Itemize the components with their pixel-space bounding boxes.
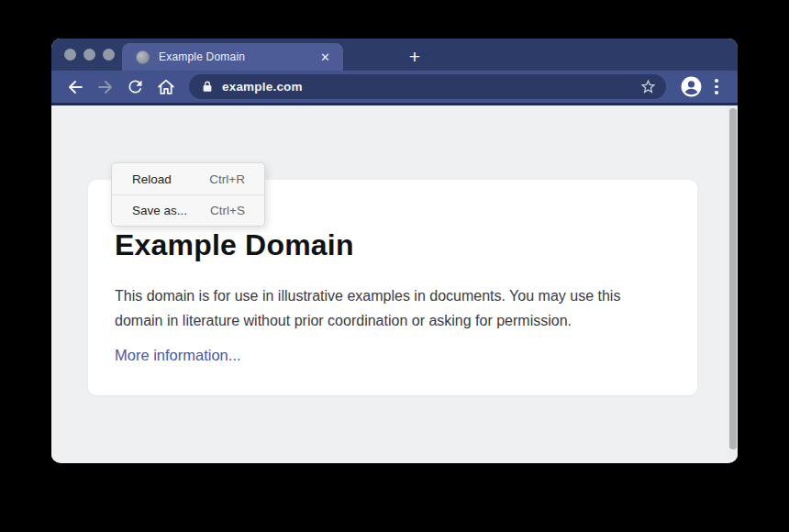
tab-title: Example Domain [159,50,309,63]
home-icon [156,77,176,97]
menu-item-label: Reload [132,172,172,186]
context-menu: Reload Ctrl+R Save as... Ctrl+S [111,162,265,227]
forward-arrow-icon [95,77,116,97]
context-menu-item-save-as[interactable]: Save as... Ctrl+S [112,194,264,226]
browser-menu-button[interactable] [706,73,727,101]
minimize-window-button[interactable] [83,49,95,61]
tab-favicon-icon [136,50,150,64]
maximize-window-button[interactable] [103,49,115,61]
browser-window: Example Domain ✕ + [51,39,738,463]
titlebar: Example Domain ✕ + [51,39,738,71]
page-viewport: Example Domain This domain is for use in… [51,105,738,460]
browser-tab[interactable]: Example Domain ✕ [122,43,343,71]
bookmark-star-icon[interactable] [639,78,657,95]
scrollbar-track[interactable] [728,105,738,460]
back-arrow-icon [65,77,85,97]
new-tab-button[interactable]: + [403,45,427,69]
more-information-link[interactable]: More information... [115,347,241,364]
tab-close-icon[interactable]: ✕ [318,50,332,65]
url-text[interactable]: example.com [222,80,631,94]
dot [715,91,718,94]
page-paragraph: This domain is for use in illustrative e… [115,283,651,333]
menu-item-shortcut: Ctrl+S [210,204,245,217]
close-window-button[interactable] [64,49,76,61]
page-title: Example Domain [115,228,670,262]
address-bar[interactable]: example.com [189,74,666,99]
reload-button[interactable] [121,73,150,101]
profile-button[interactable] [677,73,705,101]
window-controls [64,49,115,61]
menu-item-shortcut: Ctrl+R [209,172,245,186]
scrollbar-thumb[interactable] [729,108,737,449]
home-button[interactable] [151,73,180,101]
avatar-icon [680,75,703,98]
dot [715,85,718,89]
browser-toolbar: example.com [51,71,738,105]
forward-button[interactable] [91,73,119,101]
context-menu-item-reload[interactable]: Reload Ctrl+R [112,163,264,194]
reload-icon [126,77,145,96]
dot [715,79,718,83]
menu-item-label: Save as... [132,204,187,217]
lock-icon [201,80,214,94]
back-button[interactable] [61,73,89,101]
